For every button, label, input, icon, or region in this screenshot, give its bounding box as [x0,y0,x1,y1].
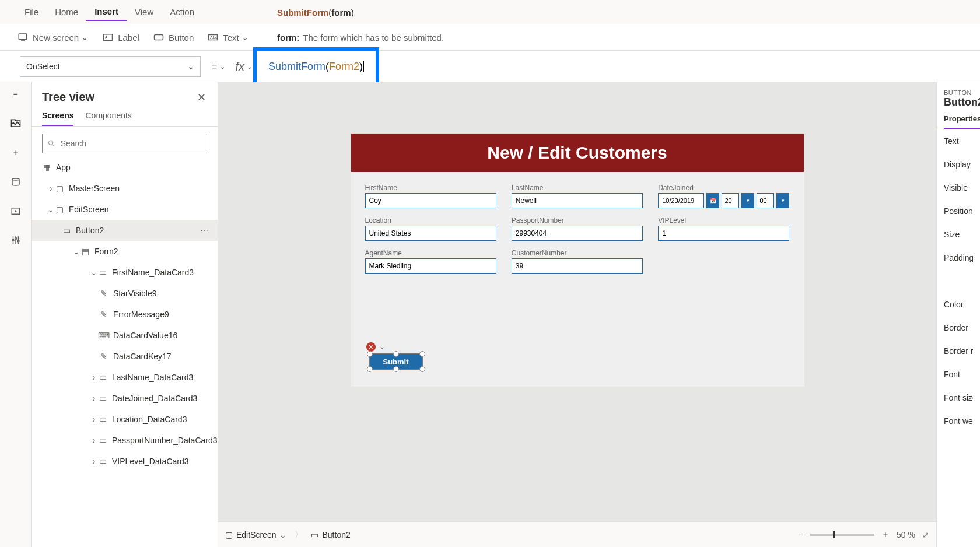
tab-components[interactable]: Components [85,111,131,126]
tree-node-form2[interactable]: ⌄ ▤ Form2 [32,241,218,262]
prop-row[interactable]: Position [944,206,973,216]
properties-kind: BUTTON [944,89,973,96]
tree-view-header: Tree view ✕ [32,87,218,106]
agentname-input[interactable] [365,258,496,274]
fit-icon[interactable]: ⤢ [922,530,929,539]
tree-node-errormessage9[interactable]: ✎ ErrorMessage9 [32,304,218,325]
chevron-right-icon[interactable]: › [90,373,98,382]
prop-row[interactable]: Color [944,300,973,309]
tree-node-button2[interactable]: ▭ Button2 ⋯ [32,220,218,241]
location-input[interactable] [365,226,496,241]
viplevel-input[interactable] [658,226,789,241]
prop-row[interactable]: Border radi [944,346,973,356]
chevron-right-icon[interactable]: › [90,415,98,424]
tree-node-viplevel-card[interactable]: › ▭ VIPLevel_DataCard3 [32,451,218,472]
new-screen-button[interactable]: New screen ⌄ [18,32,89,43]
chevron-down-icon[interactable]: ▾ [776,193,789,208]
prop-row[interactable]: Padding [944,253,973,262]
close-icon[interactable]: ✕ [197,91,206,104]
properties-tab-properties[interactable]: Properties [944,114,980,129]
left-rail: ≡ ＋ [0,82,32,547]
menu-home[interactable]: Home [47,3,86,20]
intellisense-arg: form [331,8,351,17]
more-icon[interactable]: ⋯ [200,226,208,235]
menu-insert[interactable]: Insert [86,3,127,21]
menu-action[interactable]: Action [162,3,202,20]
lastname-input[interactable] [512,193,643,208]
prop-row[interactable]: Display mo [944,160,973,169]
tree-view-icon[interactable] [9,117,22,130]
chevron-right-icon[interactable]: › [47,184,55,193]
prop-row[interactable]: Size [944,230,973,239]
chevron-right-icon[interactable]: › [90,394,98,403]
chevron-down-icon[interactable]: ⌄ [279,530,286,539]
tree-node-app[interactable]: ▦ App [32,157,218,178]
menu-view[interactable]: View [127,3,162,20]
firstname-input[interactable] [365,193,496,208]
chevron-right-icon[interactable]: › [90,436,98,445]
chevron-right-icon[interactable]: › [90,457,98,466]
prop-row[interactable]: Border [944,323,973,332]
card-icon: ▭ [98,457,107,466]
tree-node-editscreen[interactable]: ⌄ ▢ EditScreen [32,199,218,220]
tree-node-datacardkey17[interactable]: ✎ DataCardKey17 [32,346,218,367]
chevron-down-icon[interactable]: ⌄ [220,63,225,71]
chevron-down-icon[interactable]: ⌄ [47,205,55,214]
breadcrumb-control[interactable]: ▭ Button2 [311,530,350,539]
chevron-down-icon[interactable]: ▾ [741,193,754,208]
datejoined-hour[interactable] [722,193,739,208]
hamburger-icon[interactable]: ≡ [9,88,22,101]
tree-view-tabs: Screens Components [32,106,218,127]
data-icon[interactable] [9,176,22,188]
tree-node-passport-card[interactable]: › ▭ PassportNumber_DataCard3 [32,430,218,451]
property-selector[interactable]: OnSelect ⌄ [20,56,201,77]
label-button[interactable]: Label [103,32,139,43]
chevron-down-icon[interactable]: ⌄ [379,342,385,350]
form2: FirstName LastName DateJoined 📅 ▾ [351,172,804,285]
svg-rect-1 [104,34,113,41]
passport-input[interactable] [512,226,643,241]
fx-button[interactable]: fx⌄ [236,60,253,73]
prop-row[interactable]: Font weigh [944,416,973,426]
tree[interactable]: ▦ App › ▢ MasterScreen ⌄ ▢ EditScreen ▭ … [32,157,218,547]
tab-screens[interactable]: Screens [42,111,74,126]
menu-file[interactable]: File [16,3,47,20]
search-input[interactable] [42,134,207,153]
prop-row[interactable]: Font [944,370,973,379]
datejoined-min[interactable] [757,193,774,208]
tools-icon[interactable] [9,234,22,247]
calendar-icon[interactable]: 📅 [706,193,719,208]
canvas[interactable]: New / Edit Customers FirstName LastName … [218,82,936,521]
submit-button[interactable]: Submit [370,354,422,369]
chevron-down-icon[interactable]: ⌄ [90,268,98,277]
canvas-screen-editscreen[interactable]: New / Edit Customers FirstName LastName … [351,134,804,387]
prop-row[interactable]: Font size [944,393,973,402]
breadcrumb-screen[interactable]: ▢ EditScreen ⌄ [225,530,286,539]
tree-node-firstname-card[interactable]: ⌄ ▭ FirstName_DataCard3 [32,262,218,283]
zoom-in-button[interactable]: ＋ [881,530,890,540]
zoom-value: 50 % [897,530,915,539]
tree-node-masterscreen[interactable]: › ▢ MasterScreen [32,178,218,199]
svg-rect-2 [154,35,163,40]
add-icon[interactable]: ＋ [9,146,22,159]
customernumber-input[interactable] [512,258,643,274]
prop-row[interactable]: Visible [944,183,973,192]
prop-row[interactable]: Text [944,136,973,146]
datejoined-date-input[interactable] [658,193,704,208]
tree-node-datejoined-card[interactable]: › ▭ DateJoined_DataCard3 [32,388,218,409]
tree-node-starvisible9[interactable]: ✎ StarVisible9 [32,283,218,304]
card-icon: ▭ [98,394,107,403]
tree-node-lastname-card[interactable]: › ▭ LastName_DataCard3 [32,367,218,388]
media-icon[interactable] [9,205,22,218]
tree-node-location-card[interactable]: › ▭ Location_DataCard3 [32,409,218,430]
chevron-down-icon[interactable]: ⌄ [72,247,80,256]
screen-icon: ▢ [55,184,64,193]
tree-node-datacardvalue16[interactable]: ⌨ DataCardValue16 [32,325,218,346]
zoom-out-button[interactable]: − [799,530,803,539]
text-dropdown[interactable]: Abc Text ⌄ [208,32,249,43]
error-icon[interactable]: ✕ [366,342,376,352]
zoom-slider[interactable] [810,534,874,536]
formula-highlight-box: SubmitForm(Form2) [253,47,379,86]
formula-input[interactable]: SubmitForm(Form2) [268,60,364,72]
button-button[interactable]: Button [153,32,194,43]
